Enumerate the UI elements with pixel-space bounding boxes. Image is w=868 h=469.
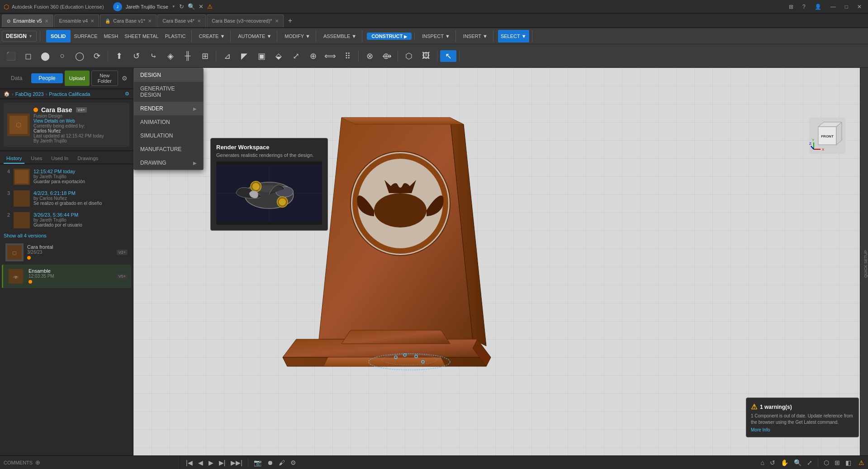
design-mode-button[interactable]: DESIGN ▼ [2,31,37,42]
sidebar-tab-people[interactable]: People [31,73,62,83]
new-folder-button[interactable]: New Folder [91,71,118,86]
axis-gizmo[interactable]: FRONT X Y Z [809,118,845,154]
quick-setup-panel[interactable]: QUICK SETUP [860,68,868,455]
coil-tool[interactable]: ⟳ [89,50,105,62]
grid-icon[interactable]: ⊞ [786,4,796,10]
tab-close-icon[interactable]: ✕ [275,19,279,24]
workspace-sheet-metal[interactable]: SHEET METAL [122,30,161,43]
box-tool[interactable]: ◻ [20,50,36,62]
tab-close-icon[interactable]: ✕ [148,19,152,24]
close-btn[interactable]: ✕ [854,4,864,10]
chamfer-tool[interactable]: ◤ [236,50,252,62]
home-icon[interactable]: 🏠 [4,91,10,97]
search-icon[interactable]: 🔍 [188,3,195,10]
zoom-btn[interactable]: 🔍 [792,459,803,466]
insert-mesh-tool[interactable]: ⬡ [401,50,417,62]
joint-tool[interactable]: ⊗ [361,50,378,62]
tab-cara-base-v1[interactable]: 🔒 Cara Base v1* ✕ [100,14,157,27]
combine-tool[interactable]: ⊕ [305,50,321,62]
upload-button[interactable]: Upload [65,71,90,86]
display-mode-btn[interactable]: ⬡ [822,459,831,466]
automate-button[interactable]: AUTOMATE ▼ [235,30,274,43]
history-tab-used-in[interactable]: Used In [48,154,71,164]
modify-button[interactable]: MODIFY ▼ [282,30,313,43]
viewport[interactable]: Ensamble v5 ⚙ [133,68,868,455]
mirror-tool[interactable]: ⟺ [322,50,338,62]
select-button[interactable]: SELECT ▼ [498,30,529,43]
orbit-btn[interactable]: ↺ [768,459,777,466]
tab-close-icon[interactable]: ✕ [197,19,201,24]
comments-add-icon[interactable]: ⊕ [35,459,40,466]
close-menu-icon[interactable]: ✕ [199,3,204,10]
new-tab-btn[interactable]: + [285,17,296,25]
warning-indicator[interactable]: ⚠ [859,459,864,466]
draft-tool[interactable]: ⬙ [270,50,287,62]
sphere-tool[interactable]: ○ [54,50,71,62]
pan-btn[interactable]: ✋ [779,459,790,466]
motion-tool[interactable]: ⟴ [379,50,395,62]
alert-icon[interactable]: ⚠ [207,3,213,10]
revolve-tool[interactable]: ↺ [128,50,144,62]
tab-close-icon[interactable]: ✕ [45,19,48,24]
workspace-mesh[interactable]: MESH [101,30,121,43]
camera-btn[interactable]: 📷 [252,459,263,466]
record-btn[interactable]: ⏺ [265,459,275,466]
tab-ensamble-v4[interactable]: Ensamble v4 ✕ [54,14,100,27]
user-name[interactable]: Jareth Trujillo Ticse [126,4,168,9]
grid-btn[interactable]: ⊞ [833,459,842,466]
menu-item-render[interactable]: RENDER ▶ [134,102,203,115]
settings-button[interactable]: ⚙ [120,71,129,86]
history-item-3[interactable]: 3 4/2/23, 6:21:18 PM by Carlos Nuñez Se … [0,188,133,209]
breadcrumb-fabdig[interactable]: FabDig 2023 [15,91,44,97]
menu-item-manufacture[interactable]: MANUFACTURE [134,142,203,156]
loft-tool[interactable]: ◈ [162,50,179,62]
profile-icon[interactable]: 👤 [812,4,824,10]
play-end-btn[interactable]: ▶▶| [229,459,244,466]
minimize-btn[interactable]: — [828,4,839,10]
play-next-btn[interactable]: ▶| [217,459,228,466]
history-tab-drawings[interactable]: Drawings [75,154,101,164]
tab-cara-base-v3[interactable]: Cara Base (v3~recovered)* ✕ [207,14,284,27]
inspect-button[interactable]: INSPECT ▼ [419,30,453,43]
file-item-ensamble[interactable]: 🦇 Ensamble 12:03:35 PM V5+ [2,265,131,288]
tab-close-icon[interactable]: ✕ [90,19,94,24]
create-button[interactable]: CREATE ▼ [196,30,228,43]
settings-bottom-btn[interactable]: ⚙ [289,459,298,466]
fillet-tool[interactable]: ⊿ [219,50,235,62]
extrude-tool[interactable]: ⬆ [111,50,127,62]
paint-btn[interactable]: 🖌 [277,459,287,466]
menu-item-design[interactable]: DESIGN [134,68,203,82]
insert-decal-tool[interactable]: 🖼 [418,50,434,62]
tab-ensamble-v5[interactable]: ⊙ Ensamble v5 ✕ [2,14,53,27]
warning-link[interactable]: More Info [751,427,854,432]
navigate-home-btn[interactable]: ⌂ [759,459,766,466]
pattern-tool[interactable]: ⠿ [339,50,356,62]
history-item-4[interactable]: 4 12:15:42 PM today by Jareth Trujillo G… [0,166,133,188]
construct-button[interactable]: CONSTRUCT ▶ [367,33,412,40]
history-tab-history[interactable]: History [4,154,24,164]
history-item-2[interactable]: 2 3/26/23, 5:36:44 PM by Jareth Trujillo… [0,209,133,231]
sidebar-tab-data[interactable]: Data [4,73,29,83]
insert-button[interactable]: INSERT ▼ [460,30,490,43]
play-start-btn[interactable]: |◀ [184,459,194,466]
workspace-solid[interactable]: SOLID [46,30,71,43]
breadcrumb-settings-icon[interactable]: ⚙ [125,91,129,97]
visual-style-btn[interactable]: ◧ [844,459,853,466]
web-tool[interactable]: ⊞ [197,50,213,62]
history-tab-uses[interactable]: Uses [28,154,45,164]
zoom-fit-btn[interactable]: ⤢ [805,459,814,466]
rib-tool[interactable]: ╫ [180,50,196,62]
file-item-cara-frontal[interactable]: ◻ Cara frontal 3/26/23 V2+ [2,241,131,264]
help-icon[interactable]: ? [800,4,808,10]
refresh-icon[interactable]: ↻ [179,3,184,10]
workspace-plastic[interactable]: PLASTIC [162,30,189,43]
select-arrow-tool[interactable]: ↖ [440,50,456,62]
play-btn[interactable]: ▶ [207,459,215,466]
maximize-btn[interactable]: □ [842,4,851,10]
menu-item-drawing[interactable]: DRAWING ▶ [134,156,203,170]
tab-cara-base-v4[interactable]: Cara Base v4* ✕ [157,14,206,27]
view-details-link[interactable]: View Details on Web [33,118,104,123]
workspace-surface[interactable]: SURFACE [71,30,100,43]
scale-tool[interactable]: ⤢ [288,50,304,62]
breadcrumb-practica[interactable]: Practica Calificada [49,91,90,97]
